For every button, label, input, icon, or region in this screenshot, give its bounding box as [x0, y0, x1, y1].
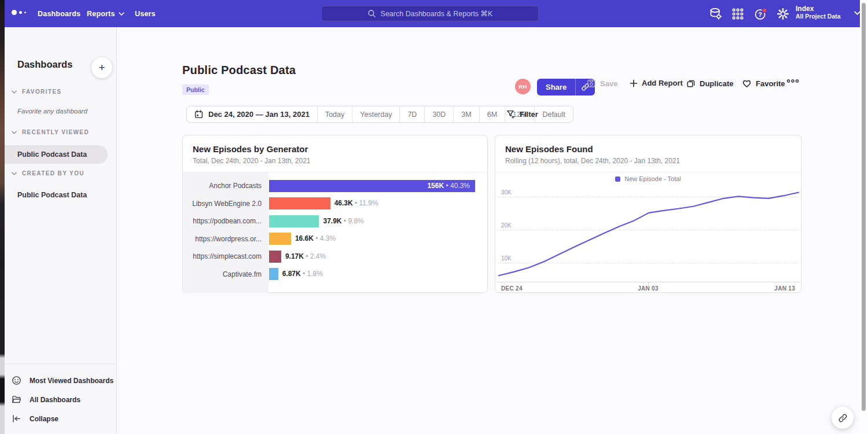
nav-users-label: Users: [135, 10, 156, 18]
bar-value: 16.6K • 4.3%: [295, 234, 336, 242]
project-scope: All Project Data: [796, 13, 856, 20]
bar-value: 156K • 40.3%: [427, 182, 470, 190]
date-range-picker[interactable]: Dec 24, 2020 — Jan 13, 2021: [187, 106, 317, 122]
bar[interactable]: [269, 197, 330, 209]
bar-track: 16.6K • 4.3%: [269, 233, 475, 245]
footer-item-label: Collapse: [30, 415, 58, 423]
bar-row[interactable]: Libsyn WebEngine 2.046.3K • 11.9%: [183, 195, 487, 213]
chevron-down-icon: [12, 172, 17, 175]
preset-yesterday[interactable]: Yesterday: [352, 106, 399, 122]
preset-30d[interactable]: 30D: [424, 106, 453, 122]
favorite-button[interactable]: Favorite: [742, 79, 785, 88]
bar-chart: Anchor Podcasts156K • 40.3%Libsyn WebEng…: [183, 172, 487, 293]
duplicate-icon: [686, 79, 696, 88]
favorites-section-header[interactable]: FAVORITES: [5, 89, 117, 95]
heart-icon: [742, 79, 752, 88]
created-by-you-label: CREATED BY YOU: [22, 170, 84, 176]
more-options-button[interactable]: [786, 79, 799, 83]
recently-viewed-section-header[interactable]: RECENTLY VIEWED: [5, 129, 117, 135]
x-tick-label: JAN 03: [638, 285, 659, 292]
collapse-sidebar-button[interactable]: Collapse: [5, 409, 116, 428]
favorites-label: FAVORITES: [22, 89, 62, 95]
all-dashboards-button[interactable]: All Dashboards: [5, 390, 116, 409]
calendar-icon: [194, 110, 203, 119]
preset-today[interactable]: Today: [317, 106, 352, 122]
bar-value: 46.3K • 11.9%: [334, 199, 378, 207]
public-badge: Public: [182, 84, 209, 95]
preset-6m[interactable]: 6M: [479, 106, 505, 122]
settings-gear-icon[interactable]: [777, 8, 789, 20]
bar-row[interactable]: https://podbean.com...37.9K • 9.8%: [183, 212, 487, 230]
most-viewed-dashboards-button[interactable]: Most Viewed Dashboards: [5, 371, 116, 390]
card-header[interactable]: New Episodes Found Rolling (12 hours), t…: [495, 135, 801, 172]
nav-item-users[interactable]: Users: [135, 0, 156, 27]
recently-viewed-label: RECENTLY VIEWED: [22, 129, 89, 135]
app-window: Dashboards Reports Users Search Dashboar…: [0, 0, 868, 434]
help-icon[interactable]: ?: [754, 8, 767, 20]
apps-grid-icon[interactable]: [731, 8, 744, 20]
bar[interactable]: [269, 215, 319, 227]
save-icon: [587, 79, 596, 88]
add-report-button[interactable]: Add Report: [630, 79, 683, 87]
bar-category-label: https://wordpress.or...: [183, 235, 269, 243]
scrollbar-track: [860, 0, 868, 434]
nav-item-reports[interactable]: Reports: [87, 0, 124, 27]
search-input[interactable]: Search Dashboards & Reports ⌘K: [321, 6, 539, 21]
bar[interactable]: 156K • 40.3%: [269, 180, 475, 192]
bar-category-label: Anchor Podcasts: [183, 182, 269, 190]
new-dashboard-button[interactable]: +: [91, 57, 112, 78]
footer-item-label: Most Viewed Dashboards: [30, 377, 113, 385]
collapse-icon: [12, 414, 21, 424]
bar-track: 9.17K • 2.4%: [269, 251, 475, 263]
created-by-you-section-header[interactable]: CREATED BY YOU: [5, 170, 117, 176]
bar-category-label: Libsyn WebEngine 2.0: [183, 200, 269, 208]
chevron-down-icon: [12, 131, 17, 134]
nav-item-dashboards[interactable]: Dashboards: [38, 0, 80, 27]
copy-link-floating-button[interactable]: [832, 407, 854, 429]
sidebar-item-public-podcast-data[interactable]: Public Podcast Data: [5, 145, 108, 164]
top-nav: Dashboards Reports Users Search Dashboar…: [5, 0, 860, 27]
bar[interactable]: [269, 268, 278, 280]
section-created-by-you: CREATED BY YOU Public Podcast Data: [5, 170, 117, 204]
folder-icon: [12, 395, 21, 404]
scrollbar-thumb[interactable]: [862, 3, 866, 411]
bar-row[interactable]: https://wordpress.or...16.6K • 4.3%: [183, 230, 487, 248]
bar-category-label: https://simplecast.com: [183, 252, 269, 260]
x-axis: DEC 24 JAN 03 JAN 13: [496, 282, 800, 294]
preset-default[interactable]: Default: [534, 106, 573, 122]
sidebar-item-public-podcast-data-2[interactable]: Public Podcast Data: [5, 186, 117, 204]
line-chart: 10K20K30K: [495, 185, 801, 282]
bar-category-label: Captivate.fm: [183, 270, 269, 278]
sidebar-item-label: Public Podcast Data: [17, 150, 87, 159]
y-tick-label: 20K: [501, 222, 512, 229]
search-placeholder: Search Dashboards & Reports ⌘K: [381, 9, 493, 18]
bar-row[interactable]: Captivate.fm6.87K • 1.8%: [183, 266, 487, 284]
data-catalog-icon[interactable]: [709, 8, 722, 20]
bar-row[interactable]: Anchor Podcasts156K • 40.3%: [183, 177, 487, 195]
sidebar-item-label: Public Podcast Data: [17, 191, 87, 199]
save-button[interactable]: Save: [587, 79, 617, 88]
chevron-down-icon: [12, 90, 17, 94]
axis-tick: [648, 282, 649, 284]
x-tick-label: JAN 13: [774, 285, 795, 292]
bar[interactable]: [269, 233, 291, 245]
page-title: Public Podcast Data: [182, 64, 296, 77]
card-header[interactable]: New Episodes by Generator Total, Dec 24t…: [183, 135, 487, 172]
avatar[interactable]: RH: [515, 79, 531, 94]
preset-7d[interactable]: 7D: [399, 106, 424, 122]
filter-funnel-icon: [506, 110, 515, 119]
filter-button[interactable]: Filter: [506, 106, 538, 123]
bar-track: 37.9K • 9.8%: [269, 215, 475, 227]
bar-track: 156K • 40.3%: [269, 180, 475, 192]
project-picker[interactable]: Index All Project Data: [796, 5, 856, 23]
duplicate-button[interactable]: Duplicate: [686, 79, 734, 88]
duplicate-label: Duplicate: [700, 79, 734, 88]
bar[interactable]: [269, 251, 281, 263]
bar-track: 46.3K • 11.9%: [269, 197, 475, 209]
share-label: Share: [537, 79, 575, 95]
app-logo-icon[interactable]: [12, 10, 26, 15]
bar-row[interactable]: https://simplecast.com9.17K • 2.4%: [183, 248, 487, 266]
add-report-label: Add Report: [642, 79, 683, 87]
preset-3m[interactable]: 3M: [453, 106, 479, 122]
section-recently-viewed: RECENTLY VIEWED Public Podcast Data: [5, 129, 117, 164]
